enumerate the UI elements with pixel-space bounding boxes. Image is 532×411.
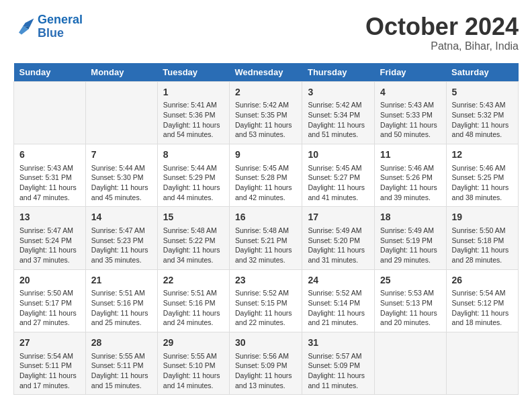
calendar-cell: 4Sunrise: 5:43 AM Sunset: 5:33 PM Daylig… (375, 81, 446, 144)
page-header: General Blue October 2024 Patna, Bihar, … (13, 13, 519, 52)
logo-general: General (38, 13, 83, 26)
logo: General Blue (13, 13, 83, 40)
calendar-cell: 9Sunrise: 5:45 AM Sunset: 5:28 PM Daylig… (229, 144, 302, 206)
day-info: Sunrise: 5:53 AM Sunset: 5:13 PM Dayligh… (380, 288, 440, 328)
day-info: Sunrise: 5:50 AM Sunset: 5:18 PM Dayligh… (452, 226, 513, 265)
weekday-header-saturday: Saturday (446, 63, 518, 82)
calendar-cell: 6Sunrise: 5:43 AM Sunset: 5:31 PM Daylig… (14, 144, 86, 206)
week-row-4: 20Sunrise: 5:50 AM Sunset: 5:17 PM Dayli… (14, 269, 519, 332)
day-number: 19 (452, 211, 513, 224)
day-info: Sunrise: 5:51 AM Sunset: 5:16 PM Dayligh… (91, 288, 152, 328)
calendar-cell: 3Sunrise: 5:42 AM Sunset: 5:34 PM Daylig… (302, 81, 375, 144)
calendar-cell (375, 332, 446, 394)
day-number: 9 (235, 148, 297, 162)
day-info: Sunrise: 5:42 AM Sunset: 5:35 PM Dayligh… (235, 100, 297, 140)
day-number: 30 (235, 336, 297, 350)
day-number: 26 (452, 274, 513, 287)
day-info: Sunrise: 5:55 AM Sunset: 5:10 PM Dayligh… (163, 351, 224, 391)
calendar-cell: 8Sunrise: 5:44 AM Sunset: 5:29 PM Daylig… (157, 144, 229, 206)
day-info: Sunrise: 5:48 AM Sunset: 5:21 PM Dayligh… (235, 226, 297, 265)
day-info: Sunrise: 5:47 AM Sunset: 5:23 PM Dayligh… (91, 226, 152, 265)
logo-text: General Blue (38, 13, 83, 40)
day-number: 3 (308, 86, 369, 99)
day-info: Sunrise: 5:45 AM Sunset: 5:27 PM Dayligh… (308, 163, 369, 203)
week-row-3: 13Sunrise: 5:47 AM Sunset: 5:24 PM Dayli… (14, 207, 519, 269)
calendar-cell: 12Sunrise: 5:46 AM Sunset: 5:25 PM Dayli… (446, 144, 518, 206)
day-info: Sunrise: 5:52 AM Sunset: 5:15 PM Dayligh… (235, 288, 297, 328)
day-number: 2 (235, 86, 297, 99)
day-number: 24 (308, 274, 369, 287)
day-info: Sunrise: 5:42 AM Sunset: 5:34 PM Dayligh… (308, 100, 369, 140)
calendar-cell: 26Sunrise: 5:54 AM Sunset: 5:12 PM Dayli… (446, 269, 518, 332)
day-number: 17 (308, 211, 369, 224)
calendar-cell (446, 332, 518, 394)
day-info: Sunrise: 5:41 AM Sunset: 5:36 PM Dayligh… (163, 100, 224, 140)
calendar-cell: 30Sunrise: 5:56 AM Sunset: 5:09 PM Dayli… (229, 332, 302, 394)
calendar-cell: 24Sunrise: 5:52 AM Sunset: 5:14 PM Dayli… (302, 269, 375, 332)
calendar-cell: 2Sunrise: 5:42 AM Sunset: 5:35 PM Daylig… (229, 81, 302, 144)
day-number: 13 (19, 211, 80, 224)
day-info: Sunrise: 5:43 AM Sunset: 5:31 PM Dayligh… (19, 163, 80, 203)
day-number: 14 (91, 211, 152, 224)
calendar-cell: 11Sunrise: 5:46 AM Sunset: 5:26 PM Dayli… (375, 144, 446, 206)
day-info: Sunrise: 5:43 AM Sunset: 5:33 PM Dayligh… (380, 100, 440, 140)
day-number: 12 (452, 148, 513, 162)
calendar-cell: 10Sunrise: 5:45 AM Sunset: 5:27 PM Dayli… (302, 144, 375, 206)
day-info: Sunrise: 5:50 AM Sunset: 5:17 PM Dayligh… (19, 288, 80, 328)
calendar-cell: 17Sunrise: 5:49 AM Sunset: 5:20 PM Dayli… (302, 207, 375, 269)
logo-bird-icon (13, 17, 35, 36)
day-number: 1 (163, 86, 224, 99)
day-info: Sunrise: 5:43 AM Sunset: 5:32 PM Dayligh… (452, 100, 513, 140)
calendar-cell: 19Sunrise: 5:50 AM Sunset: 5:18 PM Dayli… (446, 207, 518, 269)
calendar-cell: 27Sunrise: 5:54 AM Sunset: 5:11 PM Dayli… (14, 332, 86, 394)
weekday-header-wednesday: Wednesday (229, 63, 302, 82)
month-title: October 2024 (365, 13, 519, 40)
calendar-cell: 7Sunrise: 5:44 AM Sunset: 5:30 PM Daylig… (85, 144, 157, 206)
calendar-cell: 31Sunrise: 5:57 AM Sunset: 5:09 PM Dayli… (302, 332, 375, 394)
day-info: Sunrise: 5:54 AM Sunset: 5:11 PM Dayligh… (19, 351, 80, 391)
calendar-cell: 28Sunrise: 5:55 AM Sunset: 5:11 PM Dayli… (85, 332, 157, 394)
day-number: 4 (380, 86, 440, 99)
day-number: 28 (91, 336, 152, 350)
day-number: 5 (452, 86, 513, 99)
day-info: Sunrise: 5:49 AM Sunset: 5:19 PM Dayligh… (380, 226, 440, 265)
calendar-cell (85, 81, 157, 144)
day-number: 31 (308, 336, 369, 350)
day-info: Sunrise: 5:46 AM Sunset: 5:25 PM Dayligh… (452, 163, 513, 203)
day-info: Sunrise: 5:52 AM Sunset: 5:14 PM Dayligh… (308, 288, 369, 328)
day-number: 20 (19, 274, 80, 287)
week-row-1: 1Sunrise: 5:41 AM Sunset: 5:36 PM Daylig… (14, 81, 519, 144)
day-number: 11 (380, 148, 440, 162)
calendar-cell (14, 81, 86, 144)
day-info: Sunrise: 5:55 AM Sunset: 5:11 PM Dayligh… (91, 351, 152, 391)
location-subtitle: Patna, Bihar, India (365, 40, 519, 52)
day-info: Sunrise: 5:56 AM Sunset: 5:09 PM Dayligh… (235, 351, 297, 391)
calendar-cell: 13Sunrise: 5:47 AM Sunset: 5:24 PM Dayli… (14, 207, 86, 269)
day-info: Sunrise: 5:44 AM Sunset: 5:29 PM Dayligh… (163, 163, 224, 203)
calendar-cell: 5Sunrise: 5:43 AM Sunset: 5:32 PM Daylig… (446, 81, 518, 144)
calendar-cell: 18Sunrise: 5:49 AM Sunset: 5:19 PM Dayli… (375, 207, 446, 269)
day-info: Sunrise: 5:51 AM Sunset: 5:16 PM Dayligh… (163, 288, 224, 328)
day-info: Sunrise: 5:49 AM Sunset: 5:20 PM Dayligh… (308, 226, 369, 265)
calendar-cell: 1Sunrise: 5:41 AM Sunset: 5:36 PM Daylig… (157, 81, 229, 144)
day-number: 18 (380, 211, 440, 224)
weekday-header-friday: Friday (375, 63, 446, 82)
week-row-2: 6Sunrise: 5:43 AM Sunset: 5:31 PM Daylig… (14, 144, 519, 206)
calendar-cell: 15Sunrise: 5:48 AM Sunset: 5:22 PM Dayli… (157, 207, 229, 269)
week-row-5: 27Sunrise: 5:54 AM Sunset: 5:11 PM Dayli… (14, 332, 519, 394)
day-info: Sunrise: 5:47 AM Sunset: 5:24 PM Dayligh… (19, 226, 80, 265)
calendar-cell: 29Sunrise: 5:55 AM Sunset: 5:10 PM Dayli… (157, 332, 229, 394)
day-info: Sunrise: 5:46 AM Sunset: 5:26 PM Dayligh… (380, 163, 440, 203)
calendar-cell: 22Sunrise: 5:51 AM Sunset: 5:16 PM Dayli… (157, 269, 229, 332)
calendar-cell: 23Sunrise: 5:52 AM Sunset: 5:15 PM Dayli… (229, 269, 302, 332)
day-info: Sunrise: 5:44 AM Sunset: 5:30 PM Dayligh… (91, 163, 152, 203)
calendar-cell: 16Sunrise: 5:48 AM Sunset: 5:21 PM Dayli… (229, 207, 302, 269)
day-number: 10 (308, 148, 369, 162)
day-number: 7 (91, 148, 152, 162)
day-number: 23 (235, 274, 297, 287)
day-info: Sunrise: 5:48 AM Sunset: 5:22 PM Dayligh… (163, 226, 224, 265)
day-number: 16 (235, 211, 297, 224)
calendar-header: SundayMondayTuesdayWednesdayThursdayFrid… (14, 63, 519, 82)
calendar-cell: 20Sunrise: 5:50 AM Sunset: 5:17 PM Dayli… (14, 269, 86, 332)
day-info: Sunrise: 5:54 AM Sunset: 5:12 PM Dayligh… (452, 288, 513, 328)
